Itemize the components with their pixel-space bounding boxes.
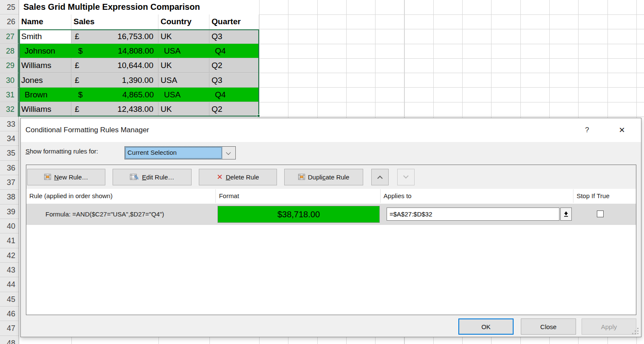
row-header[interactable]: 26 [0, 14, 19, 29]
grid-line-stub [71, 337, 72, 344]
resize-grip[interactable] [637, 328, 638, 329]
currency-symbol: £ [71, 102, 79, 116]
row-header[interactable]: 29 [0, 58, 19, 73]
row-header[interactable]: 34 [0, 131, 19, 146]
fill-handle[interactable] [257, 114, 260, 117]
currency-symbol: $ [71, 88, 83, 102]
amount: 4,865.00 [122, 88, 158, 102]
cell-country[interactable]: UK [158, 29, 209, 44]
accel-letter: S [25, 148, 30, 155]
header-rule: Rule (applied in order shown) [26, 189, 216, 203]
row-header[interactable]: 46 [0, 307, 19, 321]
help-icon[interactable]: ? [580, 118, 594, 142]
row-header[interactable]: 36 [0, 161, 19, 175]
show-rules-dropdown[interactable]: Current Selection [124, 146, 236, 159]
row-header-gutter: 25 26 27 28 29 30 31 32 33 34 35 36 37 3… [0, 0, 19, 344]
edit-rule-button[interactable]: ✎ Edit Rule… [113, 169, 192, 185]
cell-quarter[interactable]: Q3 [209, 29, 259, 44]
cell-name[interactable]: Jones [19, 73, 71, 88]
header-format: Format [216, 189, 380, 203]
cell-name[interactable]: Brown [19, 88, 71, 102]
move-rule-up-button[interactable] [371, 169, 389, 185]
row-header[interactable]: 35 [0, 146, 19, 160]
cell-sales[interactable]: £ 10,644.00 [71, 58, 158, 73]
currency-symbol: £ [71, 58, 79, 72]
cell-quarter[interactable]: Q4 [209, 88, 259, 102]
amount: 14,808.00 [118, 44, 158, 58]
row-header[interactable]: 45 [0, 292, 19, 307]
table-grid-icon [298, 174, 305, 180]
new-rule-button[interactable]: New Rule… [27, 169, 105, 185]
rules-toolbar: New Rule… ✎ Edit Rule… ✕ Delete Rule Dup… [26, 165, 636, 189]
dropdown-arrow-button[interactable] [222, 147, 235, 159]
dropdown-selected-value[interactable]: Current Selection [125, 147, 222, 159]
close-icon[interactable]: ✕ [615, 118, 629, 142]
amount: 16,753.00 [117, 29, 158, 43]
cell-country[interactable]: USA [158, 88, 209, 102]
row-header[interactable]: 25 [0, 0, 19, 14]
rules-list-container: New Rule… ✎ Edit Rule… ✕ Delete Rule Dup… [26, 165, 636, 315]
applies-to-input[interactable] [387, 208, 559, 221]
cell-name[interactable]: Smith [19, 29, 71, 44]
move-rule-down-button[interactable] [397, 169, 415, 185]
cell-quarter[interactable]: Q3 [209, 73, 259, 88]
row-header[interactable]: 44 [0, 277, 19, 292]
row-header[interactable]: 47 [0, 321, 19, 335]
pencil-icon: ✎ [134, 174, 139, 182]
cell-sales[interactable]: £ 16,753.00 [71, 29, 158, 44]
row-header[interactable]: 38 [0, 190, 19, 204]
close-button[interactable]: Close [521, 318, 576, 335]
row-header[interactable]: 42 [0, 248, 19, 263]
row-header[interactable]: 48 [0, 336, 19, 344]
row-header[interactable]: 27 [0, 29, 19, 44]
row-header[interactable]: 39 [0, 205, 19, 219]
rule-row[interactable]: Formula: =AND($C27="USA",$D27="Q4") $38,… [26, 204, 636, 225]
ok-button[interactable]: OK [458, 318, 514, 335]
column-header-sales[interactable]: Sales [71, 14, 158, 29]
cf-rules-manager-dialog: Conditional Formatting Rules Manager ? ✕… [20, 118, 641, 337]
cell-country[interactable]: UK [158, 58, 209, 73]
row-header[interactable]: 28 [0, 44, 19, 58]
collapse-dialog-button[interactable] [560, 208, 572, 221]
cell-country[interactable]: USA [158, 44, 209, 58]
rules-list-header: Rule (applied in order shown) Format App… [26, 189, 636, 203]
applies-to-field [387, 208, 572, 221]
row-header[interactable]: 41 [0, 233, 19, 248]
cell-quarter[interactable]: Q2 [209, 58, 259, 73]
amount: 12,438.00 [117, 102, 158, 116]
sheet-title-cell[interactable]: Sales Grid Multiple Expression Compariso… [19, 0, 259, 14]
cell-sales[interactable]: £ 12,438.00 [71, 102, 158, 117]
chevron-down-icon [403, 173, 409, 179]
grid-line-stub [209, 337, 210, 344]
row-header[interactable]: 31 [0, 88, 19, 102]
show-rules-label: Show formatting rules for: [25, 148, 98, 155]
row-header[interactable]: 33 [0, 117, 19, 131]
cell-sales[interactable]: $ 14,808.00 [71, 44, 158, 58]
collapse-dialog-icon [563, 211, 569, 217]
apply-button[interactable]: Apply [582, 318, 636, 335]
cell-quarter[interactable]: Q4 [209, 44, 259, 58]
cell-quarter[interactable]: Q2 [209, 102, 259, 117]
cell-name[interactable]: Johnson [19, 44, 71, 58]
cell-sales[interactable]: $ 4,865.00 [71, 88, 158, 102]
red-x-icon: ✕ [217, 173, 223, 181]
cell-name[interactable]: Williams [19, 102, 71, 117]
row-header[interactable]: 30 [0, 73, 19, 88]
row-header[interactable]: 32 [0, 102, 19, 117]
delete-rule-button[interactable]: ✕ Delete Rule [199, 169, 277, 185]
cell-country[interactable]: UK [158, 102, 209, 117]
cell-country[interactable]: USA [158, 73, 209, 88]
column-header-country[interactable]: Country [158, 14, 209, 29]
column-header-name[interactable]: Name [19, 14, 71, 29]
dialog-titlebar[interactable]: Conditional Formatting Rules Manager ? ✕ [21, 118, 641, 142]
cell-name[interactable]: Williams [19, 58, 71, 73]
button-label: Duplicate Rule [308, 173, 350, 181]
row-header[interactable]: 43 [0, 263, 19, 277]
excel-window: 25 26 27 28 29 30 31 32 33 34 35 36 37 3… [0, 0, 644, 344]
row-header[interactable]: 37 [0, 175, 19, 190]
cell-sales[interactable]: £ 1,390.00 [71, 73, 158, 88]
stop-if-true-checkbox[interactable] [597, 210, 604, 217]
row-header[interactable]: 40 [0, 219, 19, 233]
column-header-quarter[interactable]: Quarter [209, 14, 259, 29]
duplicate-rule-button[interactable]: Duplicate Rule [284, 169, 363, 185]
